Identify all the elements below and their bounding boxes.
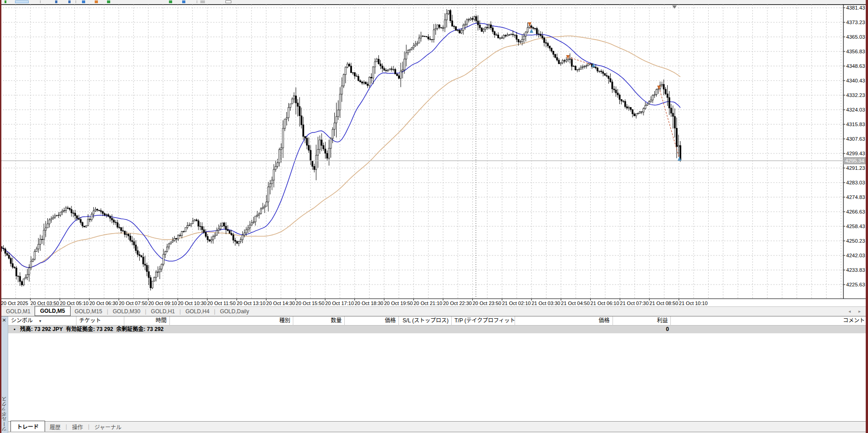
- svg-text:20 Oct 22:30: 20 Oct 22:30: [443, 301, 472, 306]
- svg-text:20 Oct 13:10: 20 Oct 13:10: [237, 301, 266, 306]
- svg-text:20 Oct 09:10: 20 Oct 09:10: [148, 301, 177, 306]
- toolbar-icon-fragment-8[interactable]: [107, 0, 110, 3]
- toolbox-tab-0[interactable]: トレード: [10, 421, 45, 432]
- window-frame-left: [0, 0, 1, 433]
- toolbox-column-8[interactable]: 価格: [515, 316, 613, 326]
- svg-text:20 Oct 05:10: 20 Oct 05:10: [60, 301, 88, 306]
- svg-text:20 Oct 2025: 20 Oct 2025: [1, 301, 28, 306]
- svg-text:21 Oct 07:30: 21 Oct 07:30: [620, 301, 648, 306]
- svg-text:4266.63: 4266.63: [846, 209, 865, 214]
- toolbox-vertical-label: ツールボックス: [1, 397, 8, 432]
- toolbox-body: [8, 333, 868, 421]
- toolbar-icon-fragment-6[interactable]: [82, 0, 85, 3]
- toolbox-tab-bar: トレード履歴|操作|ジャーナル: [8, 421, 868, 432]
- svg-text:20 Oct 21:10: 20 Oct 21:10: [414, 301, 442, 306]
- toolbox-column-9[interactable]: 利益: [613, 316, 671, 326]
- svg-text:4307.63: 4307.63: [846, 136, 865, 142]
- svg-text:20 Oct 06:30: 20 Oct 06:30: [89, 301, 118, 306]
- svg-text:21 Oct 06:10: 21 Oct 06:10: [591, 301, 619, 306]
- svg-text:20 Oct 19:50: 20 Oct 19:50: [384, 301, 413, 306]
- window-frame-right: [866, 0, 868, 433]
- period-tab-GOLD-M15[interactable]: GOLD,M15: [71, 307, 107, 316]
- svg-text:21 Oct 08:50: 21 Oct 08:50: [649, 301, 678, 306]
- svg-text:20 Oct 23:50: 20 Oct 23:50: [473, 301, 501, 306]
- toolbox-column-4[interactable]: 数量: [293, 316, 345, 326]
- svg-text:20 Oct 03:50: 20 Oct 03:50: [31, 301, 59, 306]
- toolbox-column-6[interactable]: S/L (ストップロス): [399, 316, 452, 326]
- svg-text:20 Oct 11:50: 20 Oct 11:50: [207, 301, 235, 306]
- toolbar-icon-fragment-12[interactable]: [200, 0, 205, 3]
- period-tab-GOLD-Daily[interactable]: GOLD,Daily: [216, 307, 253, 316]
- toolbar-icon-fragment-5[interactable]: [76, 0, 76, 3]
- svg-text:4315.83: 4315.83: [846, 122, 865, 127]
- toolbox-column-1[interactable]: チケット: [77, 316, 124, 326]
- period-tab-GOLD-M5[interactable]: GOLD,M5: [35, 306, 71, 316]
- svg-text:4299.43: 4299.43: [846, 151, 865, 156]
- toolbox-column-0[interactable]: シンボル▾: [8, 316, 77, 326]
- balance-profit-value: 0: [613, 326, 672, 333]
- toolbar-icon-fragment-4[interactable]: [68, 0, 71, 3]
- tab-scroll-right-icon[interactable]: ▸: [858, 309, 861, 314]
- period-tab-GOLD-M30[interactable]: GOLD,M30: [109, 307, 145, 316]
- toolbox-column-7[interactable]: T/P (テイクプロフィット): [452, 316, 515, 326]
- svg-text:4340.43: 4340.43: [846, 78, 865, 83]
- svg-text:4324.03: 4324.03: [846, 107, 865, 112]
- toolbox-column-2[interactable]: 時間: [124, 316, 170, 326]
- period-tab-GOLD-H4[interactable]: GOLD,H4: [181, 307, 214, 316]
- tab-scroll-left-icon[interactable]: ◂: [848, 309, 851, 314]
- toolbar-icon-fragment-10[interactable]: [182, 0, 185, 3]
- toolbar-icon-fragment-11[interactable]: [197, 0, 197, 3]
- period-tab-GOLD-M1[interactable]: GOLD,M1: [2, 307, 35, 316]
- toolbox-tab-2[interactable]: 操作: [67, 422, 87, 432]
- svg-text:20 Oct 14:30: 20 Oct 14:30: [266, 301, 295, 306]
- balance-row[interactable]: • 残高: 73 292 JPY 有効証拠金: 73 292 余剰証拠金: 73…: [8, 326, 868, 333]
- toolbar-icon-fragment-1[interactable]: [15, 0, 29, 3]
- svg-text:4283.03: 4283.03: [846, 180, 865, 185]
- balance-bullet-icon: •: [14, 326, 15, 333]
- svg-text:4250.23: 4250.23: [846, 238, 865, 244]
- svg-text:20 Oct 17:10: 20 Oct 17:10: [325, 301, 354, 306]
- toolbar-strip[interactable]: [0, 0, 868, 4]
- svg-text:21 Oct 02:10: 21 Oct 02:10: [502, 301, 531, 306]
- svg-text:4274.83: 4274.83: [846, 194, 865, 200]
- svg-text:21 Oct 03:30: 21 Oct 03:30: [531, 301, 560, 306]
- price-chart[interactable]: 4381.434373.234365.034356.834348.634340.…: [0, 4, 868, 306]
- svg-text:4348.63: 4348.63: [846, 63, 865, 69]
- svg-text:20 Oct 18:30: 20 Oct 18:30: [355, 301, 383, 306]
- toolbox-panel: ✕ ツールボックス シンボル▾チケット時間種別数量価格S/L (ストップロス)T…: [0, 316, 868, 433]
- toolbox-column-10[interactable]: コメント: [671, 316, 868, 326]
- toolbox-tab-1[interactable]: 履歴: [45, 422, 65, 432]
- toolbox-tab-3[interactable]: ジャーナル: [90, 422, 126, 432]
- toolbox-column-header: シンボル▾チケット時間種別数量価格S/L (ストップロス)T/P (テイクプロフ…: [8, 316, 868, 326]
- toolbar-icon-fragment-7[interactable]: [95, 0, 98, 3]
- toolbar-icon-fragment-9[interactable]: [169, 0, 172, 3]
- svg-text:21 Oct 04:50: 21 Oct 04:50: [561, 301, 590, 306]
- symbol-filter-dropdown-icon[interactable]: ▾: [39, 319, 41, 323]
- mt5-window: 4381.434373.234365.034356.834348.634340.…: [0, 0, 868, 433]
- svg-text:4225.63: 4225.63: [846, 282, 865, 287]
- svg-text:4291.23: 4291.23: [846, 165, 865, 171]
- svg-text:4258.43: 4258.43: [846, 224, 865, 229]
- toolbar-icon-fragment-2[interactable]: [40, 0, 41, 3]
- balance-text: 残高: 73 292 JPY 有効証拠金: 73 292 余剰証拠金: 73 2…: [20, 326, 163, 333]
- svg-text:21 Oct 10:10: 21 Oct 10:10: [679, 301, 708, 306]
- svg-text:4356.83: 4356.83: [846, 49, 865, 54]
- svg-text:4365.03: 4365.03: [846, 34, 865, 40]
- svg-text:4242.03: 4242.03: [846, 253, 865, 258]
- toolbar-icon-fragment-0[interactable]: [5, 0, 6, 3]
- period-tab-GOLD-H1[interactable]: GOLD,H1: [147, 307, 179, 316]
- svg-text:4233.83: 4233.83: [846, 267, 865, 273]
- toolbar-icon-fragment-3[interactable]: [55, 0, 57, 3]
- svg-text:4332.23: 4332.23: [846, 92, 865, 98]
- svg-text:4381.43: 4381.43: [846, 5, 865, 10]
- svg-text:20 Oct 15:50: 20 Oct 15:50: [296, 301, 324, 306]
- period-tab-bar: GOLD,M1GOLD,M5GOLD,M15|GOLD,M30|GOLD,H1|…: [0, 306, 868, 316]
- svg-text:4373.23: 4373.23: [846, 20, 865, 25]
- toolbar-icon-fragment-13[interactable]: [225, 0, 231, 3]
- svg-text:20 Oct 07:50: 20 Oct 07:50: [119, 301, 148, 306]
- svg-text:20 Oct 10:30: 20 Oct 10:30: [178, 301, 206, 306]
- toolbox-column-3[interactable]: 種別: [170, 316, 294, 326]
- current-price-label: 4295.34: [845, 158, 864, 163]
- toolbox-column-5[interactable]: 価格: [345, 316, 399, 326]
